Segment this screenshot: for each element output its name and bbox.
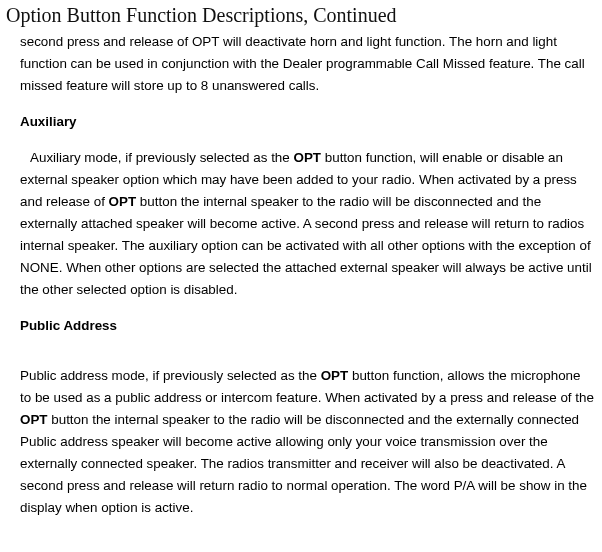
page-title: Option Button Function Descriptions, Con…: [6, 4, 596, 27]
pa-opt-bold-1: OPT: [321, 368, 349, 383]
intro-paragraph: second press and release of OPT will dea…: [20, 31, 594, 97]
pa-text-pre: Public address mode, if previously selec…: [20, 368, 321, 383]
pa-text-post: button the internal speaker to the radio…: [20, 412, 587, 515]
public-address-paragraph: Public address mode, if previously selec…: [20, 365, 594, 519]
aux-text-pre: Auxiliary mode, if previously selected a…: [30, 150, 293, 165]
auxiliary-heading: Auxiliary: [20, 111, 594, 133]
pa-opt-bold-2: OPT: [20, 412, 48, 427]
aux-opt-bold-1: OPT: [293, 150, 321, 165]
content-area: second press and release of OPT will dea…: [6, 31, 596, 519]
auxiliary-paragraph: Auxiliary mode, if previously selected a…: [20, 147, 594, 301]
aux-opt-bold-2: OPT: [109, 194, 137, 209]
public-address-heading: Public Address: [20, 315, 594, 337]
aux-text-post: button the internal speaker to the radio…: [20, 194, 592, 297]
